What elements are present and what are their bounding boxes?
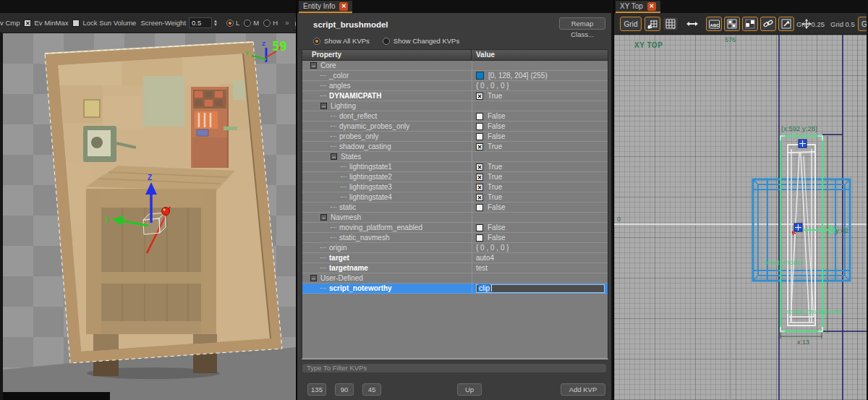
expand-width-button[interactable] xyxy=(684,17,700,31)
resize-button[interactable] xyxy=(778,17,794,31)
up-button[interactable]: Up xyxy=(457,383,482,396)
overflow-chevron[interactable]: » xyxy=(285,19,289,27)
grid-options-button[interactable] xyxy=(663,17,678,31)
kvp-value-cell[interactable]: False xyxy=(472,111,608,121)
kvp-row-script_noteworthy[interactable]: script_noteworthyclip xyxy=(302,284,608,294)
grid-quarter-label[interactable]: Grid 0.25 xyxy=(796,20,825,28)
checkbox-unchecked-icon[interactable] xyxy=(476,224,483,231)
kvp-row-User-Defined[interactable]: –User-Defined xyxy=(302,273,608,284)
kvp-value-cell[interactable]: False xyxy=(472,233,608,242)
kvp-row-lightingstate2[interactable]: lightingstate2✕True xyxy=(302,172,608,182)
grid-snap-button[interactable] xyxy=(644,17,660,31)
grid-half-label[interactable]: Grid 0.5 xyxy=(830,20,855,28)
kvp-value-cell[interactable] xyxy=(472,152,608,161)
remap-class-button[interactable]: Remap Class... xyxy=(559,17,605,30)
kvp-value-cell[interactable]: { 0 , 0 , 0 } xyxy=(472,81,608,90)
kvp-row-angles[interactable]: angles{ 0 , 0 , 0 } xyxy=(302,81,608,91)
kvp-value-cell[interactable] xyxy=(472,61,608,70)
kvp-value-cell[interactable] xyxy=(472,273,608,283)
kvp-row-dynamic_probes_only[interactable]: dynamic_probes_onlyFalse xyxy=(302,122,608,132)
checkbox-checked-icon[interactable]: ✕ xyxy=(476,143,483,150)
show-changed-kvps-radio[interactable] xyxy=(383,38,390,45)
property-column-header[interactable]: Property xyxy=(302,50,472,60)
viewport-3d[interactable]: Z Y Z Y X 59 xyxy=(0,33,296,400)
angle-90-button[interactable]: 90 xyxy=(335,383,354,396)
collapse-toggle-icon[interactable]: – xyxy=(310,62,317,69)
kvp-row-shadow_casting[interactable]: shadow_casting✕True xyxy=(302,142,608,152)
kvp-table-header[interactable]: Property Value xyxy=(302,50,608,61)
close-icon[interactable]: ✕ xyxy=(647,2,656,11)
kvp-value-cell[interactable]: test xyxy=(472,263,608,273)
checkbox-unchecked-icon[interactable] xyxy=(476,123,483,130)
overflow-label[interactable]: v Cmp xyxy=(0,19,20,27)
collapse-toggle-icon[interactable]: – xyxy=(320,214,327,221)
kvp-value-cell[interactable]: clip xyxy=(472,284,608,293)
x-axis-handle[interactable] xyxy=(162,208,170,216)
kvp-row-probes_only[interactable]: probes_onlyFalse xyxy=(302,132,608,142)
collapse-toggle-icon[interactable]: – xyxy=(310,275,317,281)
kvp-row-States[interactable]: –States xyxy=(302,152,608,162)
kvp-value-cell[interactable]: auto4 xyxy=(472,253,608,263)
checkbox-unchecked-icon[interactable] xyxy=(476,204,483,211)
kvp-row-origin[interactable]: origin{ 0 , 0 , 0 } xyxy=(302,243,608,253)
checkbox-checked-icon[interactable]: ✕ xyxy=(24,20,31,27)
collapse-toggle-icon[interactable]: – xyxy=(331,153,337,160)
kvp-row-lightingstate1[interactable]: lightingstate1✕True xyxy=(302,162,608,172)
entity-marker-origin[interactable] xyxy=(792,224,802,235)
angle-135-button[interactable]: 135 xyxy=(307,383,326,396)
kvp-value-cell[interactable]: ✕True xyxy=(472,172,608,182)
kvp-value-cell[interactable]: ✕True xyxy=(472,162,608,171)
checkbox-checked-icon[interactable]: ✕ xyxy=(476,174,483,181)
door-wireframe[interactable] xyxy=(788,145,815,325)
tab-entity-info[interactable]: Entity Info ✕ xyxy=(299,1,352,13)
kvp-row-moving_platform_enabled[interactable]: moving_platform_enabledFalse xyxy=(302,223,608,233)
kvp-row-lightingstate3[interactable]: lightingstate3✕True xyxy=(302,182,608,192)
kvp-row-Core[interactable]: –Core xyxy=(302,61,608,71)
kvp-value-cell[interactable]: False xyxy=(472,132,608,141)
kvp-row-DYNAMICPATH[interactable]: DYNAMICPATH✕True xyxy=(302,91,608,101)
kvp-value-cell[interactable]: ✕True xyxy=(472,182,608,192)
add-kvp-button[interactable]: Add KVP xyxy=(561,383,605,396)
value-column-header[interactable]: Value xyxy=(472,50,608,60)
kvp-value-cell[interactable]: False xyxy=(472,223,608,232)
checkbox-unchecked-icon[interactable]: ✕ xyxy=(72,20,80,27)
angle-45-button[interactable]: 45 xyxy=(362,383,381,396)
door-brush[interactable] xyxy=(45,42,282,363)
kvp-value-cell[interactable]: ✕True xyxy=(472,192,608,202)
checkbox-checked-icon[interactable]: ✕ xyxy=(476,194,483,201)
grid-toggle-button[interactable]: Grid xyxy=(620,17,642,31)
viewport-2d-xy-top[interactable]: XY TOP 576 0 (x:592 y:28) y:62 x:13 scri… xyxy=(614,35,867,400)
kvp-filter-input[interactable]: Type To Filter KVPs xyxy=(302,363,607,373)
kvp-value-cell[interactable]: False xyxy=(472,203,608,212)
show-names-button[interactable]: ABC xyxy=(706,17,722,31)
kvp-value-cell[interactable]: { 0 , 0 , 0 } xyxy=(472,243,608,252)
kvp-row-target[interactable]: targetauto4 xyxy=(302,253,608,263)
kvp-value-cell[interactable] xyxy=(472,101,608,111)
show-grid-blocks-button[interactable] xyxy=(724,17,740,31)
checkbox-unchecked-icon[interactable] xyxy=(476,113,483,120)
kvp-value-cell[interactable]: ✕True xyxy=(472,91,608,101)
kvp-value-editbox[interactable]: clip xyxy=(476,284,605,293)
kvp-row-Navmesh[interactable]: –Navmesh xyxy=(302,213,608,223)
screen-weight-input[interactable]: 0.5 xyxy=(189,17,212,28)
checkbox-checked-icon[interactable]: ✕ xyxy=(476,163,483,171)
spinner-arrows[interactable]: ▲▼ xyxy=(213,20,218,27)
kvp-row-static[interactable]: staticFalse xyxy=(302,203,608,213)
kvp-value-cell[interactable]: ✕True xyxy=(472,142,608,151)
tab-xy-top[interactable]: XY Top ✕ xyxy=(616,1,660,13)
ev-minmax-checkbox[interactable]: ✕ Ev MinMax xyxy=(24,19,68,27)
checkbox-unchecked-icon[interactable] xyxy=(476,234,483,242)
radio-low[interactable] xyxy=(226,20,234,27)
show-models-button[interactable] xyxy=(742,17,758,31)
checkbox-checked-icon[interactable]: ✕ xyxy=(476,184,483,191)
kvp-row-lightingstate4[interactable]: lightingstate4✕True xyxy=(302,192,608,203)
radio-med[interactable] xyxy=(244,20,251,27)
entity-marker-top[interactable] xyxy=(799,140,807,148)
kvp-row-Lighting[interactable]: –Lighting xyxy=(302,101,608,111)
radio-high[interactable] xyxy=(263,20,271,27)
kvp-value-cell[interactable]: [0, 128, 204] (255) xyxy=(472,71,608,80)
collapse-toggle-icon[interactable]: – xyxy=(320,103,327,109)
kvp-value-cell[interactable]: False xyxy=(472,122,608,131)
checkbox-checked-icon[interactable]: ✕ xyxy=(476,93,483,100)
kvp-row-static_navmesh[interactable]: static_navmeshFalse xyxy=(302,233,608,243)
